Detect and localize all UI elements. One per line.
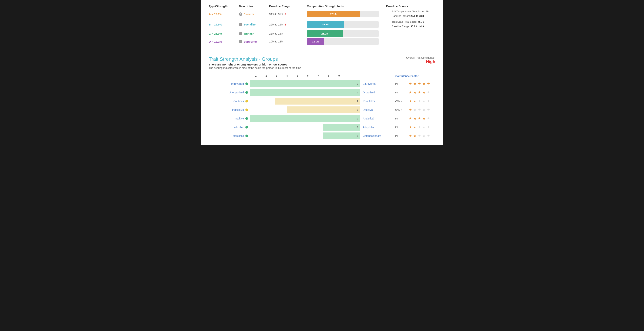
trait-row: Cautious 7 Risk Taker C/IN > ★★★★★ — [209, 97, 435, 105]
axis-4: 4 — [282, 74, 292, 77]
trait-code-0: IN — [394, 82, 409, 85]
star-4: ★ — [427, 108, 431, 112]
trait-bar-fill-0: 9 — [250, 80, 360, 87]
trait-header-row: Trait Strength Analysis · Groups There a… — [209, 56, 435, 70]
trait-right-label-4: Analytical — [360, 117, 394, 120]
star-0: ★ — [409, 99, 413, 103]
trait-stars-5: ★★★★★ — [409, 125, 435, 129]
trait-bar-area-0: 9 — [250, 80, 360, 88]
descriptor-text-a[interactable]: Director — [244, 12, 254, 16]
trait-bar-area-2: 7 — [250, 97, 360, 105]
descriptor-text-b[interactable]: Socializer — [244, 23, 257, 26]
trait-stars-4: ★★★★★ — [409, 116, 435, 120]
star-1: ★ — [413, 125, 418, 129]
trait-bar-area-1: 9 — [250, 88, 360, 96]
trait-row: Intuitive 9 Analytical IN ★★★★★ — [209, 114, 435, 123]
axis-9: 9 — [334, 74, 344, 77]
trait-row: Merciless 3 Compassionate IN ★★★★★ — [209, 132, 435, 140]
trait-right-label-6: Compassionate — [360, 134, 394, 138]
trait-rows-container: Introverted 9 Extroverted IN ★★★★★ Unorg… — [209, 80, 435, 140]
help-icon-a[interactable]: ? — [239, 12, 242, 16]
star-1: ★ — [413, 82, 418, 86]
trait-bar-1: 9 — [250, 89, 360, 96]
chart-main-area: 1 2 3 4 5 6 7 8 9 — [250, 72, 345, 80]
trait-section-title: Trait Strength Analysis · Groups — [209, 56, 301, 62]
trait-left-label-2: Cautious — [209, 100, 250, 103]
star-4: ★ — [427, 125, 431, 129]
trait-bar-fill-6: 3 — [323, 132, 360, 139]
axis-numbers: 1 2 3 4 5 6 7 8 9 — [250, 74, 345, 77]
help-icon-d[interactable]: ? — [239, 40, 242, 43]
descriptor-b: ? Socializer — [239, 23, 269, 26]
star-3: ★ — [422, 108, 426, 112]
trait-right-label-2: Risk Taker — [360, 100, 394, 103]
trait-row: Indecisive 6 Decisive C/IN > ★★★★★ — [209, 106, 435, 114]
score-line-3: Trait Scale Total Score: 46.75 — [392, 20, 435, 24]
star-1: ★ — [413, 99, 418, 103]
trait-left-label-3: Indecisive — [209, 108, 250, 111]
type-label-a: A = 37.1% — [209, 12, 239, 16]
confidence-value: High — [406, 59, 435, 64]
baseline-scores-col-2: Trait Scale Total Score: 46.75 Baseline … — [386, 20, 435, 29]
axis-row: 1 2 3 4 5 6 7 8 9 — [250, 72, 345, 79]
help-icon-b[interactable]: ? — [239, 23, 242, 26]
trait-bar-area-3: 6 — [250, 106, 360, 114]
trait-left-text-5: Inflexible — [234, 126, 244, 129]
bar-fill-c: 25.0% — [307, 30, 343, 37]
trait-subtitle2: The scoring indicates which side of the … — [209, 66, 301, 70]
axis-3: 3 — [272, 74, 282, 77]
star-2: ★ — [418, 99, 422, 103]
help-icon-c[interactable]: ? — [239, 32, 242, 35]
trait-bar-2: 7 — [250, 98, 360, 104]
trait-left-text-2: Cautious — [234, 100, 244, 103]
star-3: ★ — [422, 99, 426, 103]
trait-left-label-1: Unorganized — [209, 91, 250, 94]
axis-spacer — [209, 72, 250, 80]
top-section: Type/Strength Descriptor Baseline Range … — [209, 4, 435, 51]
descriptor-c: ? Thinker — [239, 32, 269, 35]
trait-dot-2 — [245, 100, 248, 102]
trait-bar-6: 3 — [250, 132, 360, 139]
trait-code-2: C/IN > — [394, 100, 409, 103]
axis-5: 5 — [292, 74, 302, 77]
star-0: ★ — [409, 125, 413, 129]
descriptor-text-d[interactable]: Supporter — [244, 40, 257, 43]
axis-7: 7 — [313, 74, 324, 77]
star-2: ★ — [418, 134, 422, 138]
axis-8: 8 — [324, 74, 334, 77]
trait-code-5: IN — [394, 126, 409, 129]
trait-bar-4: 9 — [250, 115, 360, 122]
star-1: ★ — [413, 134, 418, 138]
table-header: Type/Strength Descriptor Baseline Range … — [209, 4, 435, 8]
star-4: ★ — [427, 99, 431, 103]
star-4: ★ — [427, 134, 431, 138]
trait-bar-fill-3: 6 — [287, 106, 360, 113]
trait-code-6: IN — [394, 134, 409, 138]
star-0: ★ — [409, 134, 413, 138]
star-1: ★ — [413, 108, 418, 112]
descriptor-d: ? Supporter — [239, 40, 269, 43]
type-label-c: C = 25.0% — [209, 32, 239, 35]
axis-1: 1 — [251, 74, 261, 77]
star-2: ★ — [418, 82, 422, 86]
trait-left-label-5: Inflexible — [209, 126, 250, 129]
trait-title-block: Trait Strength Analysis · Groups There a… — [209, 56, 301, 70]
descriptor-text-c[interactable]: Thinker — [244, 32, 254, 35]
table-row: C = 25.0% ? Thinker 22% to 25% 25.0% — [209, 30, 435, 37]
table-row: D = 12.1% ? Supporter 10% to 13% 12.1% — [209, 38, 435, 45]
trait-stars-2: ★★★★★ — [409, 99, 435, 103]
trait-left-label-6: Merciless — [209, 134, 250, 138]
col-header-descriptor: Descriptor — [239, 4, 269, 8]
trait-bar-area-6: 3 — [250, 132, 360, 140]
trait-right-label-1: Organized — [360, 91, 394, 94]
star-2: ★ — [418, 116, 422, 120]
trait-stars-6: ★★★★★ — [409, 134, 435, 138]
star-2: ★ — [418, 90, 422, 94]
trait-dot-0 — [245, 82, 248, 85]
star-4: ★ — [427, 90, 431, 94]
star-3: ★ — [422, 82, 426, 86]
trait-row: Introverted 9 Extroverted IN ★★★★★ — [209, 80, 435, 88]
score-line-1: P/S Temperament Total Score: 40 — [392, 10, 435, 14]
baseline-scores-col: P/S Temperament Total Score: 40 Baseline… — [386, 10, 435, 18]
score-line-2: Baseline Range: 29.1 to 38.8 — [392, 14, 435, 18]
